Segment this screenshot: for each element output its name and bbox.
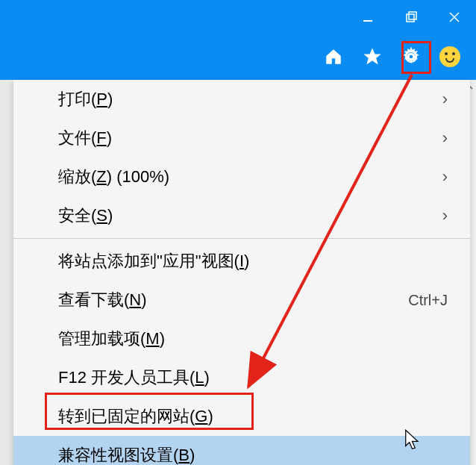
close-button[interactable] — [433, 0, 476, 34]
menu-item-view-downloads[interactable]: 查看下载(N) Ctrl+J — [13, 281, 470, 319]
menu-item-label: 文件(F) — [58, 127, 112, 149]
menu-item-label: 查看下载(N) — [58, 289, 147, 311]
home-button[interactable] — [322, 46, 345, 68]
home-icon — [324, 47, 343, 66]
menu-separator — [13, 238, 470, 239]
tools-button[interactable] — [400, 46, 422, 68]
menu-item-file[interactable]: 文件(F) › — [13, 119, 470, 157]
menu-item-compatibility-view[interactable]: 兼容性视图设置(B) — [13, 436, 470, 465]
menu-item-label: 兼容性视图设置(B) — [58, 444, 195, 465]
menu-item-add-to-apps[interactable]: 将站点添加到"应用"视图(I) — [13, 242, 470, 281]
chevron-right-icon: › — [442, 90, 448, 109]
minimize-button[interactable] — [346, 0, 389, 34]
menu-item-f12-devtools[interactable]: F12 开发人员工具(L) — [13, 358, 470, 397]
svg-rect-1 — [407, 14, 414, 22]
chevron-right-icon: › — [442, 167, 448, 187]
menu-item-label: 管理加载项(M) — [58, 328, 165, 350]
menu-item-shortcut: Ctrl+J — [408, 292, 448, 309]
browser-toolbar — [0, 34, 476, 80]
menu-item-label: 安全(S) — [58, 205, 113, 227]
menu-item-label: 转到已固定的网站(G) — [58, 405, 213, 428]
window-titlebar — [0, 0, 476, 34]
svg-point-6 — [409, 54, 414, 60]
svg-rect-2 — [409, 12, 416, 19]
menu-item-label: F12 开发人员工具(L) — [58, 366, 210, 389]
menu-item-safety[interactable]: 安全(S) › — [13, 196, 470, 235]
close-icon — [448, 10, 461, 24]
star-icon — [362, 46, 383, 67]
menu-item-label: 缩放(Z) (100%) — [58, 166, 169, 188]
menu-item-label: 将站点添加到"应用"视图(I) — [58, 250, 249, 272]
favorites-button[interactable] — [361, 46, 383, 68]
menu-item-label: 打印(P) — [58, 88, 113, 110]
chevron-right-icon: › — [442, 128, 448, 148]
menu-item-zoom[interactable]: 缩放(Z) (100%) › — [13, 157, 470, 196]
tools-menu: 打印(P) › 文件(F) › 缩放(Z) (100%) › 安全(S) › 将… — [13, 80, 470, 465]
maximize-button[interactable] — [389, 0, 433, 34]
window-controls — [346, 0, 476, 34]
smiley-icon — [439, 46, 460, 67]
maximize-icon — [405, 11, 417, 23]
menu-item-manage-addons[interactable]: 管理加载项(M) — [13, 319, 470, 358]
gear-icon — [401, 47, 421, 66]
svg-rect-0 — [363, 20, 372, 22]
chevron-right-icon: › — [442, 206, 448, 225]
menu-item-pinned-sites[interactable]: 转到已固定的网站(G) — [13, 397, 470, 436]
feedback-button[interactable] — [439, 46, 461, 68]
minimize-icon — [362, 11, 374, 23]
menu-item-print[interactable]: 打印(P) › — [13, 80, 470, 119]
